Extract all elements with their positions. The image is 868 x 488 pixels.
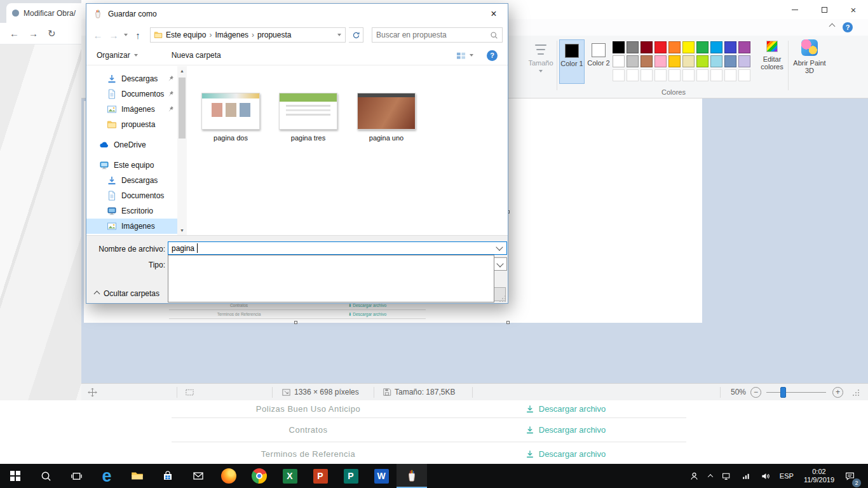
palette-color[interactable] xyxy=(724,55,736,67)
back-icon[interactable]: ← xyxy=(92,30,104,41)
sidebar-item-propuesta[interactable]: propuesta xyxy=(86,117,177,132)
palette-color[interactable] xyxy=(654,55,667,67)
reload-icon[interactable]: ↻ xyxy=(48,28,56,39)
scrollbar-thumb[interactable] xyxy=(179,78,186,139)
palette-color[interactable] xyxy=(738,41,750,53)
clock[interactable]: 0:02 11/9/2019 xyxy=(798,464,840,488)
zoom-in-button[interactable]: + xyxy=(832,384,843,400)
taskbar-chrome-button[interactable] xyxy=(244,464,275,488)
download-link[interactable]: Descargar archivo xyxy=(445,449,686,459)
download-link[interactable]: Descargar archivo xyxy=(445,404,686,414)
taskbar-store-button[interactable] xyxy=(153,464,183,488)
palette-color[interactable] xyxy=(696,55,709,67)
breadcrumb-item[interactable]: Este equipo xyxy=(166,30,206,39)
palette-color[interactable] xyxy=(641,55,653,67)
volume-icon[interactable] xyxy=(756,464,775,488)
collapse-ribbon-icon[interactable] xyxy=(830,24,835,29)
hide-folders-button[interactable]: Ocultar carpetas xyxy=(95,289,159,298)
taskbar-firefox-button[interactable] xyxy=(214,464,244,488)
palette-color[interactable] xyxy=(613,41,625,53)
palette-empty-slot[interactable] xyxy=(627,69,639,81)
palette-color[interactable] xyxy=(641,41,653,53)
sidebar-item-este-equipo[interactable]: Este equipo xyxy=(86,158,177,173)
filename-suggestions-dropdown[interactable] xyxy=(168,255,494,302)
taskbar-task-view-button[interactable] xyxy=(61,464,92,488)
palette-color[interactable] xyxy=(627,41,639,53)
sidebar-item-documentos[interactable]: Documentos xyxy=(86,188,177,203)
forward-icon[interactable]: → xyxy=(29,28,38,39)
close-button[interactable]: × xyxy=(839,0,868,19)
view-options-button[interactable] xyxy=(456,51,474,60)
breadcrumb-separator-icon[interactable]: › xyxy=(209,30,212,39)
sidebar-item-descargas[interactable]: Descargas xyxy=(86,71,177,86)
organize-button[interactable]: Organizar xyxy=(97,51,139,60)
breadcrumb-item[interactable]: Imágenes xyxy=(215,30,248,39)
scroll-up-icon[interactable]: ▲ xyxy=(177,66,187,76)
palette-color[interactable] xyxy=(710,55,722,67)
taskbar-search-button[interactable] xyxy=(31,464,61,488)
color2-button[interactable]: Color 2 xyxy=(586,39,611,84)
file-item-pagina-uno[interactable]: pagina uno xyxy=(355,93,418,142)
palette-empty-slot[interactable] xyxy=(682,69,695,81)
taskbar-mail-button[interactable] xyxy=(183,464,214,488)
palette-empty-slot[interactable] xyxy=(641,69,653,81)
address-bar[interactable]: Este equipo›Imágenes›propuesta xyxy=(150,27,346,43)
sidebar-item-escritorio[interactable]: Escritorio xyxy=(86,203,177,219)
zoom-slider-track[interactable] xyxy=(766,392,826,393)
palette-empty-slot[interactable] xyxy=(710,69,722,81)
new-folder-button[interactable]: Nueva carpeta xyxy=(172,51,221,60)
palette-empty-slot[interactable] xyxy=(654,69,667,81)
taskbar-file-explorer-button[interactable] xyxy=(122,464,153,488)
palette-color[interactable] xyxy=(696,41,709,53)
palette-color[interactable] xyxy=(724,41,736,53)
sidebar-item-imagenes[interactable]: Imágenes xyxy=(86,219,177,234)
up-icon[interactable]: ↑ xyxy=(132,30,144,41)
palette-color[interactable] xyxy=(738,55,750,67)
palette-color[interactable] xyxy=(668,41,681,53)
sidebar-item-documentos[interactable]: Documentos xyxy=(86,86,177,102)
taskbar-paint-button[interactable] xyxy=(397,464,427,488)
taskbar-powerpoint-button[interactable]: P xyxy=(305,464,336,488)
palette-color[interactable] xyxy=(682,55,695,67)
sidebar-item-imagenes[interactable]: Imágenes xyxy=(86,102,177,117)
open-paint3d-button[interactable]: Abrir Paint 3D xyxy=(792,39,827,74)
maximize-button[interactable] xyxy=(810,0,839,19)
color1-button[interactable]: Color 1 xyxy=(559,39,585,84)
download-link[interactable]: Descargar archivo xyxy=(445,425,686,435)
address-dropdown-icon[interactable] xyxy=(337,34,341,36)
palette-empty-slot[interactable] xyxy=(613,69,625,81)
resize-grip[interactable] xyxy=(853,384,860,400)
file-item-pagina-dos[interactable]: pagina dos xyxy=(199,93,262,142)
palette-color[interactable] xyxy=(682,41,695,53)
taskbar-word-button[interactable]: W xyxy=(366,464,397,488)
taskbar-publisher-button[interactable]: P xyxy=(336,464,366,488)
scroll-down-icon[interactable]: ▼ xyxy=(177,226,187,235)
minimize-button[interactable] xyxy=(780,0,810,19)
search-box[interactable] xyxy=(372,27,503,43)
search-input[interactable] xyxy=(376,30,487,39)
sidebar-item-descargas[interactable]: Descargas xyxy=(86,173,177,188)
sidebar-item-onedrive[interactable]: OneDrive xyxy=(86,137,177,152)
dialog-resize-grip[interactable] xyxy=(499,295,506,302)
file-item-pagina-tres[interactable]: pagina tres xyxy=(276,93,340,142)
chrome-tab[interactable]: Modificar Obra/ xyxy=(6,3,82,23)
forward-icon[interactable]: → xyxy=(107,30,120,41)
taskbar-start-button[interactable] xyxy=(0,464,31,488)
palette-color[interactable] xyxy=(613,55,625,67)
breadcrumb-item[interactable]: propuesta xyxy=(257,30,291,39)
help-icon[interactable]: ? xyxy=(843,22,853,32)
zoom-slider-handle[interactable] xyxy=(780,387,786,398)
palette-color[interactable] xyxy=(627,55,639,67)
palette-color[interactable] xyxy=(668,55,681,67)
zoom-out-button[interactable]: − xyxy=(750,384,761,400)
help-icon[interactable]: ? xyxy=(487,50,498,61)
palette-empty-slot[interactable] xyxy=(738,69,750,81)
breadcrumb-separator-icon[interactable]: › xyxy=(252,30,254,39)
language-indicator[interactable]: ESP xyxy=(775,464,798,488)
canvas-resize-handle[interactable] xyxy=(294,321,297,324)
palette-empty-slot[interactable] xyxy=(668,69,681,81)
people-icon[interactable] xyxy=(684,464,704,488)
refresh-button[interactable] xyxy=(349,27,363,43)
taskbar-excel-button[interactable]: X xyxy=(275,464,305,488)
taskbar-edge-button[interactable]: e xyxy=(92,464,122,488)
